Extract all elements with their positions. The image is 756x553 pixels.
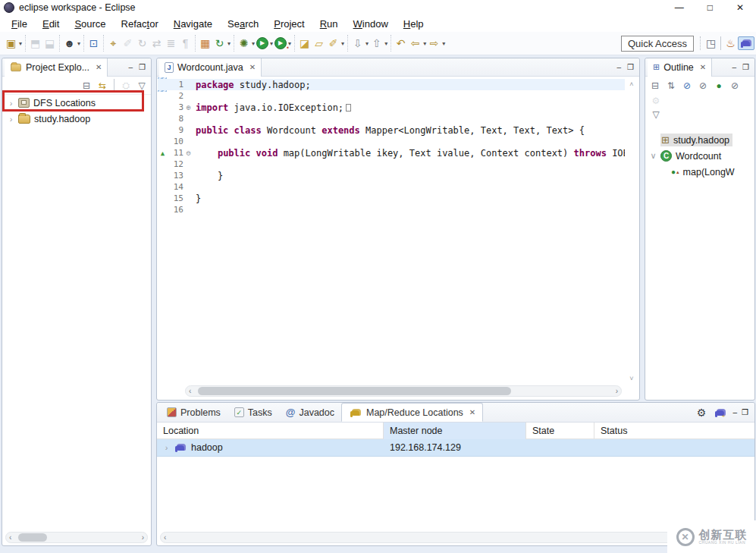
code-area[interactable]: 1package study.hadoop;23⊕import java.io.… (158, 79, 625, 382)
mapreduce-perspective-button[interactable] (738, 36, 754, 50)
horizontal-scrollbar[interactable]: ‹ › (185, 385, 622, 397)
dropdown-arrow-icon[interactable]: ▾ (77, 40, 80, 47)
menu-search[interactable]: Search (220, 17, 266, 31)
minimize-view-button[interactable]: – (732, 408, 737, 416)
expand-chevron-icon[interactable]: › (163, 443, 170, 452)
scroll-left-icon[interactable]: ‹ (189, 387, 191, 395)
run-button[interactable]: ▶▾ (256, 36, 274, 50)
vertical-scrollbar[interactable]: ˄ ˅ (626, 79, 637, 384)
scroll-left-icon[interactable]: ‹ (9, 533, 11, 542)
column-header-location[interactable]: Location (157, 423, 384, 439)
dropdown-arrow-icon[interactable]: ▾ (442, 40, 445, 47)
expand-chevron-icon[interactable]: › (8, 115, 14, 124)
menu-edit[interactable]: Edit (35, 17, 67, 31)
column-header-status[interactable]: Status (594, 423, 754, 439)
tab-problems[interactable]: Problems (160, 403, 227, 422)
dropdown-arrow-icon[interactable]: ▾ (252, 40, 255, 47)
scroll-right-icon[interactable]: › (616, 387, 618, 395)
maximize-button[interactable]: □ (707, 2, 713, 13)
editor-body[interactable]: 1package study.hadoop;23⊕import java.io.… (158, 77, 638, 399)
maximize-view-button[interactable]: ❐ (742, 408, 748, 416)
tab-javadoc[interactable]: @Javadoc (279, 403, 341, 422)
new-wizard-button[interactable]: ▣▾ (4, 36, 23, 51)
previous-annotation-button[interactable]: ⇧▾ (369, 36, 388, 51)
scroll-right-icon[interactable]: › (142, 533, 144, 542)
minimize-view-button[interactable]: – (128, 63, 133, 71)
scrollbar-thumb[interactable] (18, 533, 47, 542)
mark-occurrences-button[interactable]: ✐▾ (326, 36, 345, 51)
dropdown-arrow-icon[interactable]: ▾ (227, 40, 231, 47)
horizontal-scrollbar[interactable]: ‹ › (160, 532, 751, 543)
code-line[interactable]: 8 (158, 113, 625, 124)
menu-help[interactable]: Help (396, 17, 431, 31)
column-header-state[interactable]: State (526, 423, 594, 439)
tab-map-reduce-locations[interactable]: Map/Reduce Locations✕ (341, 403, 483, 422)
hadoop-toolbox-button[interactable]: ▦ (198, 36, 212, 51)
dropdown-arrow-icon[interactable]: ▾ (365, 40, 369, 47)
minimize-button[interactable]: — (675, 2, 684, 13)
menu-refactor[interactable]: Refactor (114, 17, 166, 31)
pin-editor-button[interactable]: ⌖ (106, 36, 121, 51)
code-line[interactable]: 10 (158, 136, 625, 147)
last-edit-location-button[interactable]: ↶ (394, 36, 408, 51)
account-button[interactable]: ☻▾ (62, 36, 81, 51)
dropdown-arrow-icon[interactable]: ▾ (19, 40, 22, 47)
hide-local-types-button[interactable]: ⊘ (728, 79, 742, 93)
horizontal-scrollbar[interactable]: ‹ › (5, 532, 148, 543)
menu-window[interactable]: Window (346, 17, 396, 31)
forward-button[interactable]: ⇨▾ (427, 36, 446, 51)
dropdown-arrow-icon[interactable]: ▾ (270, 40, 273, 47)
close-icon[interactable]: ✕ (96, 63, 102, 71)
open-resource-button[interactable]: ▱ (312, 36, 326, 51)
close-icon[interactable]: ✕ (700, 63, 706, 71)
open-type-button[interactable]: ◪ (297, 36, 312, 51)
menu-source[interactable]: Source (67, 17, 113, 31)
sort-button[interactable]: ⇅ (664, 79, 678, 93)
maximize-view-button[interactable]: ❐ (139, 63, 146, 71)
scroll-left-icon[interactable]: ‹ (164, 533, 166, 542)
tab-outline[interactable]: ⊞ Outline ✕ (648, 58, 712, 77)
view-menu-button[interactable]: ▽ (649, 108, 663, 121)
maximize-view-button[interactable]: ❐ (742, 63, 749, 71)
tab-wordcount-java[interactable]: J Wordcount.java ✕ (159, 58, 262, 77)
close-button[interactable]: ✕ (736, 2, 744, 13)
collapse-chevron-icon[interactable]: ∨ (650, 151, 657, 161)
quick-access-button[interactable]: Quick Access (621, 36, 694, 52)
menu-navigate[interactable]: Navigate (166, 17, 220, 31)
code-line[interactable]: 1package study.hadoop; (158, 79, 625, 90)
dropdown-arrow-icon[interactable]: ▾ (384, 40, 387, 47)
minimize-view-button[interactable]: – (616, 63, 621, 71)
fold-toggle-icon[interactable]: ⊖ (184, 149, 193, 157)
close-icon[interactable]: ✕ (249, 63, 256, 71)
fold-toggle-icon[interactable]: ⊕ (184, 103, 193, 112)
close-icon[interactable]: ✕ (469, 408, 475, 416)
code-line[interactable]: 16 (158, 204, 625, 215)
java-perspective-button[interactable]: ♨ (723, 36, 738, 51)
coverage-button[interactable]: ↻▾ (212, 36, 231, 51)
code-line[interactable]: 12 (158, 159, 625, 170)
scroll-up-icon[interactable]: ˄ (629, 80, 633, 88)
code-line[interactable]: 9public class Wordcount extends Mapper<L… (158, 124, 625, 136)
open-console-button[interactable]: ⊡ (86, 36, 101, 51)
code-line[interactable]: ▲11⊖ public void map(LongWritable ikey, … (158, 147, 625, 159)
outline-item-study-hadoop[interactable]: ⊞study.hadoop (645, 132, 754, 148)
new-hadoop-location-button[interactable]: + (713, 407, 728, 419)
gears-button[interactable]: ⚙ (694, 405, 708, 419)
outline-item-map-longw[interactable]: ●▴map(LongW (645, 164, 754, 180)
code-line[interactable]: 14 (158, 181, 625, 193)
menu-run[interactable]: Run (312, 17, 346, 31)
dropdown-arrow-icon[interactable]: ▾ (423, 40, 426, 47)
menu-file[interactable]: File (4, 17, 35, 31)
hide-non-public-button[interactable]: ● (712, 79, 726, 93)
tree-item-study-hadoop[interactable]: ›study.hadoop (2, 111, 151, 127)
hide-fields-button[interactable]: ⊘ (680, 79, 694, 93)
code-line[interactable]: 3⊕import java.io.IOException; (158, 102, 625, 113)
code-line[interactable]: 15} (158, 193, 625, 204)
collapse-all-button[interactable]: ⊟ (648, 79, 662, 93)
scroll-down-icon[interactable]: ˅ (629, 375, 633, 382)
hide-static-members-button[interactable]: ⊘ (696, 79, 710, 93)
code-line[interactable]: 13 } (158, 170, 625, 181)
scrollbar-thumb[interactable] (198, 387, 511, 395)
tab-tasks[interactable]: ✓Tasks (227, 403, 279, 422)
open-perspective-button[interactable]: ◳ (704, 36, 718, 51)
